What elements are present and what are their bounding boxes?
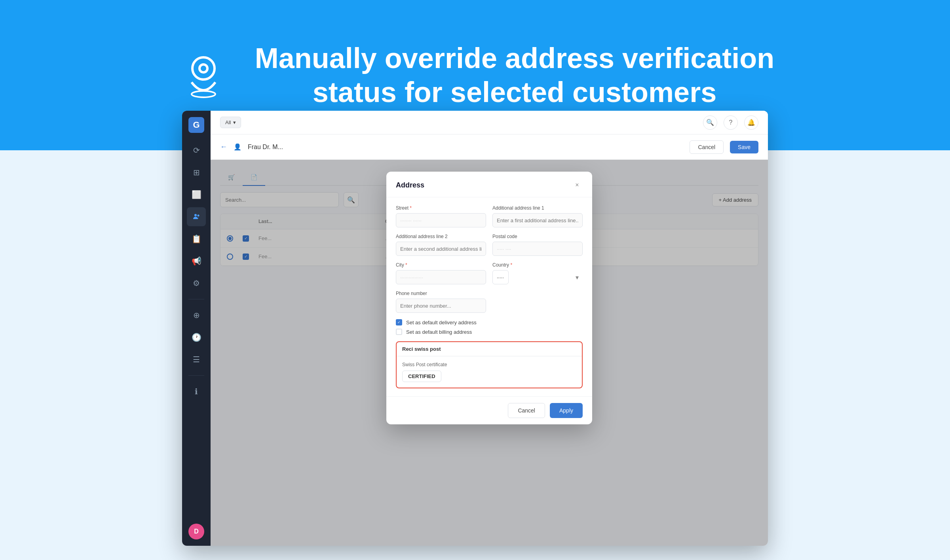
form-group-addr2: Additional address line 2 — [396, 234, 486, 256]
hero-icon — [176, 47, 231, 104]
svg-point-3 — [194, 214, 197, 216]
svg-point-2 — [192, 91, 215, 97]
sidebar-item-campaigns[interactable]: 📢 — [187, 252, 206, 271]
country-select[interactable]: ····· — [492, 270, 509, 284]
billing-checkbox[interactable] — [396, 329, 402, 335]
addr-line2-input[interactable] — [396, 242, 486, 256]
address-modal: Address × Street * — [386, 172, 592, 424]
reci-body: Swiss Post certificate CERTIFIED — [397, 356, 582, 388]
certified-badge: CERTIFIED — [402, 371, 441, 382]
phone-input[interactable] — [396, 299, 486, 313]
form-row-3: City * Country * — [396, 262, 583, 284]
modal-apply-button[interactable]: Apply — [550, 403, 583, 418]
sidebar-item-clock[interactable]: 🕐 — [187, 328, 206, 347]
addr-line1-input[interactable] — [492, 213, 583, 227]
billing-label: Set as default billing address — [406, 329, 472, 335]
form-group-phone: Phone number — [396, 291, 486, 313]
form-group-postal: Postal code — [492, 234, 583, 256]
street-label: Street * — [396, 205, 486, 211]
sidebar-item-settings[interactable]: ⚙ — [187, 274, 206, 293]
form-group-city: City * — [396, 262, 486, 284]
sidebar-logo: G — [188, 117, 204, 133]
sidebar-item-info[interactable]: ℹ — [187, 382, 206, 401]
street-input[interactable] — [396, 213, 486, 227]
reci-swiss-post-section: Reci swiss post Swiss Post certificate C… — [396, 341, 583, 388]
app-window: G ⟳ ⊞ ⬜ 📋 📢 ⚙ ⊕ 🕐 ☰ ℹ D All — [182, 111, 768, 546]
form-row-2: Additional address line 2 Postal code — [396, 234, 583, 256]
form-group-addr1: Additional address line 1 — [492, 205, 583, 227]
reci-header: Reci swiss post — [397, 342, 582, 356]
sidebar: G ⟳ ⊞ ⬜ 📋 📢 ⚙ ⊕ 🕐 ☰ ℹ D — [182, 111, 211, 546]
sidebar-item-reports[interactable]: 📋 — [187, 229, 206, 248]
sidebar-bottom: D — [188, 524, 204, 539]
modal-overlay: Address × Street * — [211, 160, 768, 546]
page-title: Frau Dr. M... — [248, 144, 283, 151]
postal-label: Postal code — [492, 234, 583, 239]
sidebar-item-list[interactable]: ☰ — [187, 350, 206, 369]
form-group-country: Country * ····· — [492, 262, 583, 284]
sidebar-divider-2 — [188, 375, 204, 376]
sidebar-item-grid[interactable]: ⊞ — [187, 163, 206, 182]
filter-dropdown[interactable]: All ▾ — [220, 117, 241, 128]
city-input[interactable] — [396, 270, 486, 284]
modal-title: Address — [396, 181, 424, 189]
content-area: 🛒 📄 🔍 + Add address Last... Code — [211, 160, 768, 546]
svg-point-4 — [198, 215, 200, 217]
modal-close-button[interactable]: × — [572, 180, 583, 191]
billing-checkbox-row: Set as default billing address — [396, 329, 583, 335]
modal-cancel-button[interactable]: Cancel — [508, 403, 545, 418]
back-button[interactable]: ← — [220, 143, 227, 151]
addr-line2-label: Additional address line 2 — [396, 234, 486, 239]
topbar: All ▾ 🔍 ? 🔔 — [211, 111, 768, 134]
svg-point-0 — [192, 57, 215, 79]
save-button[interactable]: Save — [730, 141, 758, 153]
sidebar-item-add[interactable]: ⊕ — [187, 306, 206, 325]
phone-label: Phone number — [396, 291, 486, 296]
sidebar-item-users[interactable] — [187, 207, 206, 226]
addr-line1-label: Additional address line 1 — [492, 205, 583, 211]
notification-icon-btn[interactable]: 🔔 — [744, 115, 758, 130]
modal-header: Address × — [386, 172, 592, 197]
delivery-label: Set as default delivery address — [406, 320, 477, 325]
form-row-1: Street * Additional address line 1 — [396, 205, 583, 227]
sidebar-item-orders[interactable]: ⬜ — [187, 185, 206, 204]
user-icon: 👤 — [234, 143, 241, 151]
modal-body: Street * Additional address line 1 — [386, 197, 592, 396]
main-content: All ▾ 🔍 ? 🔔 ← 👤 Frau Dr. M... Cancel Sav… — [211, 111, 768, 546]
sidebar-divider — [188, 299, 204, 299]
postal-input[interactable] — [492, 242, 583, 256]
svg-point-1 — [200, 64, 207, 72]
delivery-checkbox[interactable]: ✓ — [396, 319, 402, 325]
form-row-4: Phone number — [396, 291, 583, 313]
help-icon-btn[interactable]: ? — [724, 115, 738, 130]
delivery-checkbox-row: ✓ Set as default delivery address — [396, 319, 583, 325]
subheader: ← 👤 Frau Dr. M... Cancel Save — [211, 134, 768, 160]
country-label: Country * — [492, 262, 583, 268]
search-icon-btn[interactable]: 🔍 — [703, 115, 717, 130]
certificate-label: Swiss Post certificate — [402, 362, 576, 367]
hero-text: Manually override address verification s… — [255, 41, 775, 110]
sidebar-avatar[interactable]: D — [188, 524, 204, 539]
form-group-street: Street * — [396, 205, 486, 227]
modal-footer: Cancel Apply — [386, 396, 592, 424]
cancel-button[interactable]: Cancel — [690, 140, 724, 154]
country-select-wrapper: ····· — [492, 270, 583, 284]
sidebar-item-dashboard[interactable]: ⟳ — [187, 141, 206, 160]
city-label: City * — [396, 262, 486, 268]
